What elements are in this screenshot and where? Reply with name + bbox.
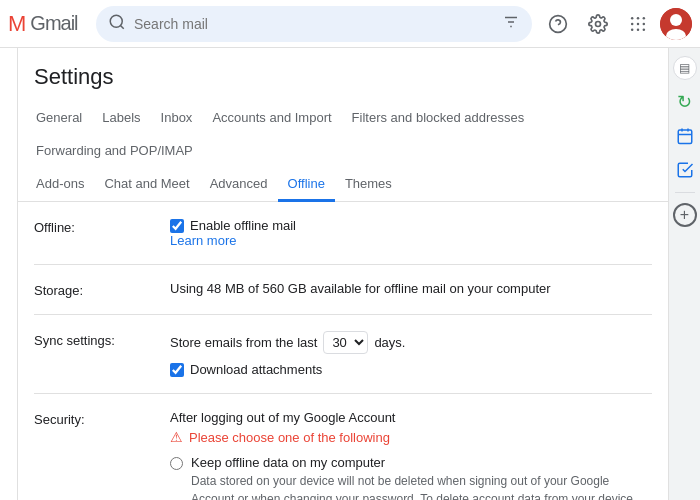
tab-offline[interactable]: Offline	[278, 168, 335, 202]
warning-text: Please choose one of the following	[189, 430, 390, 445]
svg-point-10	[643, 16, 646, 19]
nav-tabs: General Labels Inbox Accounts and Import…	[18, 102, 668, 202]
svg-point-14	[631, 28, 634, 31]
svg-rect-20	[678, 130, 692, 144]
svg-point-12	[637, 22, 640, 25]
security-label: Security:	[34, 410, 154, 427]
logo-area: M Gmail	[8, 11, 88, 37]
help-icon-button[interactable]	[540, 6, 576, 42]
tab-filters[interactable]: Filters and blocked addresses	[342, 102, 535, 136]
security-warning: ⚠ Please choose one of the following	[170, 429, 652, 445]
security-title: After logging out of my Google Account	[170, 410, 652, 425]
tab-chat[interactable]: Chat and Meet	[94, 168, 199, 202]
apps-icon-button[interactable]	[620, 6, 656, 42]
filter-icon[interactable]	[502, 13, 520, 34]
security-section: Security: After logging out of my Google…	[34, 394, 652, 500]
gmail-m-icon: M	[8, 11, 26, 37]
tab-inbox[interactable]: Inbox	[151, 102, 203, 136]
avatar[interactable]	[660, 8, 692, 40]
sync-days-select[interactable]: 30 7 90	[323, 331, 368, 354]
left-sidebar	[0, 48, 18, 500]
svg-line-1	[120, 25, 123, 28]
tab-forwarding[interactable]: Forwarding and POP/IMAP	[26, 135, 203, 169]
settings-icon-button[interactable]	[580, 6, 616, 42]
svg-point-0	[110, 15, 122, 27]
tab-addons[interactable]: Add-ons	[26, 168, 94, 202]
storage-content: Using 48 MB of 560 GB available for offl…	[170, 281, 652, 296]
svg-point-9	[637, 16, 640, 19]
sync-label: Sync settings:	[34, 331, 154, 348]
keep-data-option: Keep offline data on my computer Data st…	[170, 455, 652, 500]
sync-days-row: Store emails from the last 30 7 90 days.	[170, 331, 652, 354]
keep-data-option-text: Keep offline data on my computer Data st…	[191, 455, 652, 500]
keep-data-desc: Data stored on your device will not be d…	[191, 472, 652, 500]
offline-content: Enable offline mail Learn more	[170, 218, 652, 248]
tab-accounts[interactable]: Accounts and Import	[202, 102, 341, 136]
top-bar: M Gmail	[0, 0, 700, 48]
tabs-row-2: Add-ons Chat and Meet Advanced Offline T…	[26, 168, 660, 201]
keep-data-radio[interactable]	[170, 457, 183, 470]
add-icon[interactable]: +	[673, 203, 697, 227]
enable-offline-checkbox[interactable]	[170, 219, 184, 233]
download-attachments-label: Download attachments	[190, 362, 322, 377]
calendar-icon[interactable]	[673, 124, 697, 148]
enable-offline-row: Enable offline mail	[170, 218, 652, 233]
search-bar[interactable]	[96, 6, 532, 42]
storage-section: Storage: Using 48 MB of 560 GB available…	[34, 265, 652, 315]
offline-label: Offline:	[34, 218, 154, 235]
warning-icon: ⚠	[170, 429, 183, 445]
search-icon	[108, 13, 126, 34]
learn-more-link[interactable]: Learn more	[170, 233, 236, 248]
right-sidebar: ▤ ↻ +	[668, 48, 700, 500]
sync-prefix: Store emails from the last	[170, 335, 317, 350]
svg-point-8	[631, 16, 634, 19]
keep-data-label: Keep offline data on my computer	[191, 455, 652, 470]
enable-offline-label: Enable offline mail	[190, 218, 296, 233]
tab-general[interactable]: General	[26, 102, 92, 136]
tabs-row-1: General Labels Inbox Accounts and Import…	[26, 102, 660, 168]
search-input[interactable]	[134, 16, 494, 32]
sync-content: Store emails from the last 30 7 90 days.…	[170, 331, 652, 377]
storage-label: Storage:	[34, 281, 154, 298]
svg-point-18	[670, 14, 682, 26]
sync-suffix: days.	[374, 335, 405, 350]
svg-point-15	[637, 28, 640, 31]
main-layout: Settings General Labels Inbox Accounts a…	[0, 48, 700, 500]
svg-point-13	[643, 22, 646, 25]
settings-content: Offline: Enable offline mail Learn more …	[18, 202, 668, 500]
gmail-logo-text: Gmail	[30, 12, 77, 35]
storage-text: Using 48 MB of 560 GB available for offl…	[170, 281, 551, 296]
svg-point-11	[631, 22, 634, 25]
sync-icon[interactable]: ↻	[673, 90, 697, 114]
sync-section: Sync settings: Store emails from the las…	[34, 315, 652, 394]
tab-themes[interactable]: Themes	[335, 168, 402, 202]
security-content: After logging out of my Google Account ⚠…	[170, 410, 652, 500]
download-attachments-row: Download attachments	[170, 362, 652, 377]
right-icon-1[interactable]: ▤	[673, 56, 697, 80]
svg-point-7	[596, 21, 601, 26]
content-area: Settings General Labels Inbox Accounts a…	[18, 48, 668, 500]
top-icons	[540, 6, 692, 42]
tasks-icon[interactable]	[673, 158, 697, 182]
page-title: Settings	[18, 64, 668, 102]
tab-advanced[interactable]: Advanced	[200, 168, 278, 202]
tab-labels[interactable]: Labels	[92, 102, 150, 136]
download-attachments-checkbox[interactable]	[170, 363, 184, 377]
offline-section: Offline: Enable offline mail Learn more	[34, 202, 652, 265]
right-sidebar-divider	[675, 192, 695, 193]
svg-point-16	[643, 28, 646, 31]
